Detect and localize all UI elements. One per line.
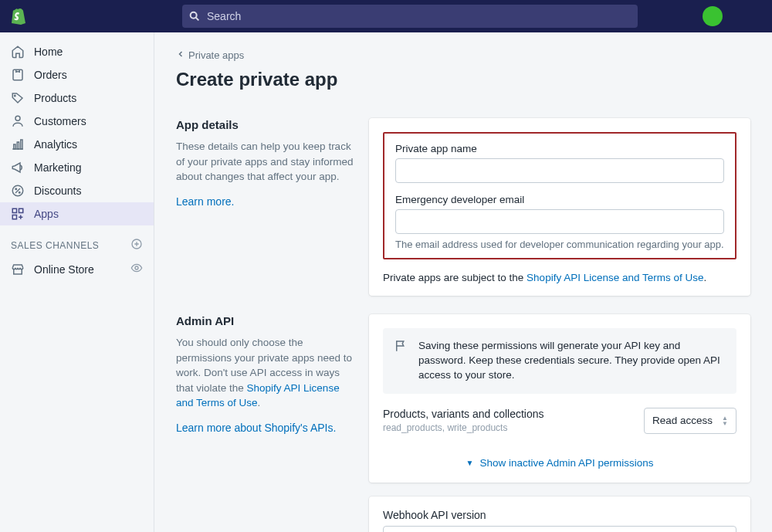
sidebar-item-label: Orders: [34, 69, 67, 81]
permission-title: Products, variants and collections: [383, 408, 631, 420]
api-key-banner: Saving these permissions will generate y…: [383, 328, 736, 394]
tag-icon: [11, 91, 25, 105]
permission-row-products: Products, variants and collections read_…: [369, 408, 750, 443]
app-name-input[interactable]: [395, 158, 724, 183]
sidebar-item-products[interactable]: Products: [0, 86, 154, 110]
app-details-highlight: Private app name Emergency developer ema…: [383, 132, 736, 259]
home-icon: [11, 45, 25, 59]
app-details-desc: These details can help you keep track of…: [176, 139, 354, 185]
permission-scopes: read_products, write_products: [383, 422, 631, 433]
sidebar-item-label: Apps: [34, 208, 59, 220]
svg-line-1: [196, 18, 199, 21]
svg-rect-11: [12, 208, 16, 212]
search-bar[interactable]: [182, 5, 638, 28]
sidebar-item-customers[interactable]: Customers: [0, 110, 154, 133]
page-title: Create private app: [176, 69, 750, 90]
svg-rect-6: [17, 142, 19, 149]
admin-api-heading: Admin API: [176, 314, 354, 327]
svg-point-10: [19, 192, 21, 194]
apps-icon: [11, 207, 25, 221]
person-icon: [11, 114, 25, 128]
app-details-heading: App details: [176, 118, 354, 131]
app-name-label: Private app name: [395, 143, 724, 154]
app-details-card: Private app name Emergency developer ema…: [369, 118, 750, 296]
svg-rect-12: [19, 208, 23, 212]
app-details-side: App details These details can help you k…: [176, 118, 354, 296]
app-details-footer: Private apps are subject to the Shopify …: [369, 263, 750, 296]
sidebar-item-home[interactable]: Home: [0, 40, 154, 63]
admin-api-card: Saving these permissions will generate y…: [369, 314, 750, 483]
analytics-icon: [11, 137, 25, 151]
sidebar-item-label: Products: [34, 92, 76, 104]
megaphone-icon: [11, 161, 25, 175]
flag-icon: [394, 339, 409, 383]
shopify-logo-icon: [11, 8, 28, 25]
sidebar-item-discounts[interactable]: Discounts: [0, 179, 154, 202]
admin-api-side: Admin API You should only choose the per…: [176, 314, 354, 532]
sidebar-item-orders[interactable]: Orders: [0, 63, 154, 86]
sidebar-section-label: SALES CHANNELS: [11, 240, 99, 251]
avatar[interactable]: [703, 6, 723, 26]
api-license-link[interactable]: Shopify API License and Terms of Use: [527, 272, 703, 283]
breadcrumb[interactable]: Private apps: [176, 49, 750, 61]
sidebar-item-label: Customers: [34, 115, 86, 127]
search-input[interactable]: [207, 10, 631, 22]
top-bar: [0, 0, 772, 32]
sidebar-item-online-store[interactable]: Online Store: [0, 257, 154, 281]
breadcrumb-label: Private apps: [188, 49, 244, 61]
toggle-label: Show inactive Admin API permissions: [479, 457, 653, 469]
select-updown-icon: ▲▼: [722, 415, 728, 426]
sidebar-item-label: Marketing: [34, 161, 81, 174]
banner-text: Saving these permissions will generate y…: [418, 339, 726, 383]
app-details-learn-more-link[interactable]: Learn more.: [176, 195, 234, 208]
svg-point-3: [15, 95, 16, 97]
add-channel-icon[interactable]: [130, 238, 143, 252]
sidebar-section-sales-channels: SALES CHANNELS: [0, 225, 154, 257]
admin-api-learn-more-link[interactable]: Learn more about Shopify's APIs.: [176, 422, 336, 434]
access-select[interactable]: Read access ▲▼: [644, 408, 736, 434]
svg-point-15: [135, 266, 138, 269]
main-content: Private apps Create private app App deta…: [154, 32, 772, 532]
eye-icon[interactable]: [130, 262, 143, 276]
store-icon: [11, 263, 25, 276]
sidebar-item-label: Analytics: [34, 138, 77, 151]
svg-point-4: [15, 116, 20, 120]
caret-down-icon: ▼: [466, 459, 473, 467]
sidebar-item-label: Online Store: [34, 263, 94, 276]
sidebar-item-label: Discounts: [34, 185, 81, 197]
dev-email-label: Emergency developer email: [395, 194, 724, 205]
search-icon: [188, 10, 201, 22]
sidebar-item-analytics[interactable]: Analytics: [0, 133, 154, 156]
dev-email-input[interactable]: [395, 209, 724, 234]
svg-rect-5: [14, 144, 15, 149]
sidebar-item-label: Home: [34, 46, 63, 58]
svg-point-9: [15, 188, 17, 190]
webhook-card: Webhook API version 2020-04 (Latest) ▲▼: [369, 496, 750, 532]
access-select-value: Read access: [652, 415, 713, 426]
sidebar-item-marketing[interactable]: Marketing: [0, 156, 154, 179]
orders-icon: [11, 68, 25, 82]
svg-point-0: [191, 12, 197, 19]
show-inactive-permissions-toggle[interactable]: ▼ Show inactive Admin API permissions: [369, 443, 750, 483]
svg-rect-13: [12, 215, 16, 219]
webhook-version-select[interactable]: 2020-04 (Latest) ▲▼: [383, 526, 736, 532]
chevron-left-icon: [176, 49, 185, 61]
admin-api-desc: You should only choose the permissions y…: [176, 335, 354, 411]
sidebar-item-apps[interactable]: Apps: [0, 202, 154, 225]
svg-rect-7: [21, 140, 22, 149]
webhook-version-label: Webhook API version: [383, 509, 736, 521]
dev-email-help: The email address used for developer com…: [395, 239, 724, 250]
sidebar: Home Orders Products Customers Analytics…: [0, 32, 154, 532]
discount-icon: [11, 184, 25, 198]
